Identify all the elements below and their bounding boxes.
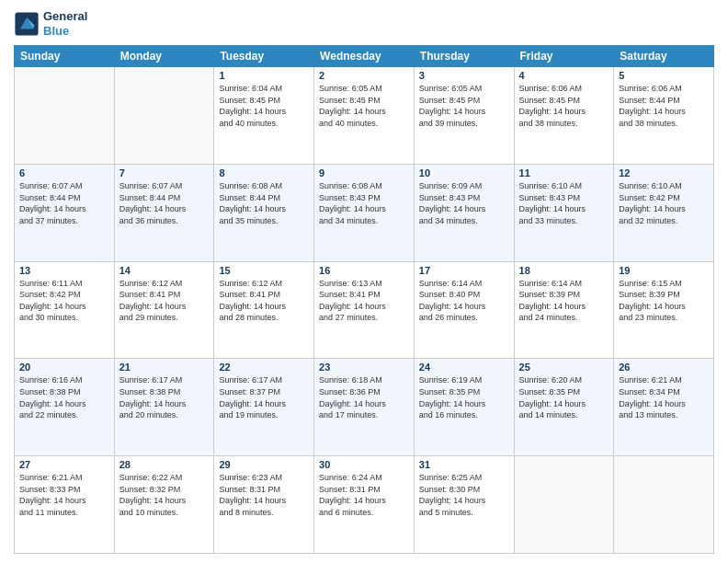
- day-info: Sunrise: 6:08 AMSunset: 8:43 PMDaylight:…: [319, 180, 409, 226]
- day-info: Sunrise: 6:21 AMSunset: 8:34 PMDaylight:…: [619, 374, 709, 420]
- logo-icon: [14, 11, 40, 37]
- calendar-cell: 29Sunrise: 6:23 AMSunset: 8:31 PMDayligh…: [214, 456, 314, 554]
- calendar-cell: 12Sunrise: 6:10 AMSunset: 8:42 PMDayligh…: [614, 164, 714, 261]
- day-info: Sunrise: 6:05 AMSunset: 8:45 PMDaylight:…: [319, 83, 409, 129]
- calendar-table: SundayMondayTuesdayWednesdayThursdayFrid…: [14, 45, 714, 554]
- calendar-cell: 25Sunrise: 6:20 AMSunset: 8:35 PMDayligh…: [514, 359, 614, 456]
- day-info: Sunrise: 6:06 AMSunset: 8:44 PMDaylight:…: [619, 83, 709, 129]
- page: General Blue SundayMondayTuesdayWednesda…: [0, 0, 728, 563]
- logo-text: General Blue: [43, 9, 87, 38]
- day-number: 27: [19, 459, 109, 470]
- week-row-1: 1Sunrise: 6:04 AMSunset: 8:45 PMDaylight…: [15, 67, 714, 165]
- day-number: 5: [619, 70, 709, 81]
- calendar-cell: [514, 456, 614, 554]
- calendar-cell: 15Sunrise: 6:12 AMSunset: 8:41 PMDayligh…: [214, 261, 314, 359]
- calendar-cell: 8Sunrise: 6:08 AMSunset: 8:44 PMDaylight…: [214, 164, 314, 261]
- calendar-cell: 3Sunrise: 6:05 AMSunset: 8:45 PMDaylight…: [414, 67, 514, 165]
- calendar-cell: 23Sunrise: 6:18 AMSunset: 8:36 PMDayligh…: [314, 359, 415, 456]
- day-number: 10: [419, 167, 509, 178]
- week-row-3: 13Sunrise: 6:11 AMSunset: 8:42 PMDayligh…: [15, 261, 714, 359]
- day-info: Sunrise: 6:25 AMSunset: 8:30 PMDaylight:…: [419, 472, 509, 518]
- day-info: Sunrise: 6:14 AMSunset: 8:40 PMDaylight:…: [419, 278, 509, 324]
- col-header-saturday: Saturday: [614, 46, 714, 67]
- day-info: Sunrise: 6:23 AMSunset: 8:31 PMDaylight:…: [219, 472, 309, 518]
- day-info: Sunrise: 6:05 AMSunset: 8:45 PMDaylight:…: [419, 83, 509, 129]
- day-info: Sunrise: 6:06 AMSunset: 8:45 PMDaylight:…: [519, 83, 609, 129]
- calendar-cell: 28Sunrise: 6:22 AMSunset: 8:32 PMDayligh…: [114, 456, 214, 554]
- calendar-cell: 1Sunrise: 6:04 AMSunset: 8:45 PMDaylight…: [214, 67, 314, 165]
- calendar-cell: 18Sunrise: 6:14 AMSunset: 8:39 PMDayligh…: [514, 261, 614, 359]
- day-number: 4: [519, 70, 609, 81]
- calendar-cell: 11Sunrise: 6:10 AMSunset: 8:43 PMDayligh…: [514, 164, 614, 261]
- calendar-cell: 2Sunrise: 6:05 AMSunset: 8:45 PMDaylight…: [314, 67, 415, 165]
- day-info: Sunrise: 6:18 AMSunset: 8:36 PMDaylight:…: [319, 374, 409, 420]
- calendar-cell: 27Sunrise: 6:21 AMSunset: 8:33 PMDayligh…: [15, 456, 115, 554]
- calendar-cell: [15, 67, 115, 165]
- calendar-cell: [114, 67, 214, 165]
- day-info: Sunrise: 6:13 AMSunset: 8:41 PMDaylight:…: [319, 278, 409, 324]
- day-number: 21: [119, 362, 210, 373]
- day-number: 19: [619, 265, 709, 276]
- day-number: 6: [19, 167, 109, 178]
- calendar-cell: 10Sunrise: 6:09 AMSunset: 8:43 PMDayligh…: [414, 164, 514, 261]
- day-number: 28: [119, 459, 210, 470]
- header: General Blue: [14, 9, 714, 38]
- col-header-wednesday: Wednesday: [314, 46, 415, 67]
- day-number: 16: [319, 265, 409, 276]
- calendar-cell: 30Sunrise: 6:24 AMSunset: 8:31 PMDayligh…: [314, 456, 415, 554]
- day-number: 9: [319, 167, 409, 178]
- calendar-cell: 19Sunrise: 6:15 AMSunset: 8:39 PMDayligh…: [614, 261, 714, 359]
- calendar-cell: 4Sunrise: 6:06 AMSunset: 8:45 PMDaylight…: [514, 67, 614, 165]
- calendar-cell: 7Sunrise: 6:07 AMSunset: 8:44 PMDaylight…: [114, 164, 214, 261]
- day-info: Sunrise: 6:04 AMSunset: 8:45 PMDaylight:…: [219, 83, 309, 129]
- day-number: 15: [219, 265, 309, 276]
- calendar-cell: 13Sunrise: 6:11 AMSunset: 8:42 PMDayligh…: [15, 261, 115, 359]
- calendar-cell: 21Sunrise: 6:17 AMSunset: 8:38 PMDayligh…: [114, 359, 214, 456]
- day-info: Sunrise: 6:10 AMSunset: 8:42 PMDaylight:…: [619, 180, 709, 226]
- day-number: 11: [519, 167, 609, 178]
- week-row-2: 6Sunrise: 6:07 AMSunset: 8:44 PMDaylight…: [15, 164, 714, 261]
- day-info: Sunrise: 6:20 AMSunset: 8:35 PMDaylight:…: [519, 374, 609, 420]
- col-header-friday: Friday: [514, 46, 614, 67]
- calendar-cell: 31Sunrise: 6:25 AMSunset: 8:30 PMDayligh…: [414, 456, 514, 554]
- col-header-thursday: Thursday: [414, 46, 514, 67]
- calendar-cell: 16Sunrise: 6:13 AMSunset: 8:41 PMDayligh…: [314, 261, 415, 359]
- calendar-cell: 17Sunrise: 6:14 AMSunset: 8:40 PMDayligh…: [414, 261, 514, 359]
- day-number: 26: [619, 362, 709, 373]
- calendar-body: 1Sunrise: 6:04 AMSunset: 8:45 PMDaylight…: [15, 67, 714, 554]
- day-number: 14: [119, 265, 210, 276]
- day-number: 20: [19, 362, 109, 373]
- day-number: 23: [319, 362, 409, 373]
- calendar-cell: 26Sunrise: 6:21 AMSunset: 8:34 PMDayligh…: [614, 359, 714, 456]
- calendar-cell: 20Sunrise: 6:16 AMSunset: 8:38 PMDayligh…: [15, 359, 115, 456]
- day-info: Sunrise: 6:11 AMSunset: 8:42 PMDaylight:…: [19, 278, 109, 324]
- day-number: 25: [519, 362, 609, 373]
- day-info: Sunrise: 6:08 AMSunset: 8:44 PMDaylight:…: [219, 180, 309, 226]
- day-info: Sunrise: 6:09 AMSunset: 8:43 PMDaylight:…: [419, 180, 509, 226]
- day-number: 29: [219, 459, 309, 470]
- calendar-cell: [614, 456, 714, 554]
- day-info: Sunrise: 6:07 AMSunset: 8:44 PMDaylight:…: [19, 180, 109, 226]
- calendar-cell: 22Sunrise: 6:17 AMSunset: 8:37 PMDayligh…: [214, 359, 314, 456]
- day-info: Sunrise: 6:12 AMSunset: 8:41 PMDaylight:…: [219, 278, 309, 324]
- col-header-sunday: Sunday: [15, 46, 115, 67]
- logo: General Blue: [14, 9, 87, 38]
- day-number: 31: [419, 459, 509, 470]
- col-header-tuesday: Tuesday: [214, 46, 314, 67]
- day-number: 12: [619, 167, 709, 178]
- day-info: Sunrise: 6:16 AMSunset: 8:38 PMDaylight:…: [19, 374, 109, 420]
- calendar-cell: 5Sunrise: 6:06 AMSunset: 8:44 PMDaylight…: [614, 67, 714, 165]
- day-number: 24: [419, 362, 509, 373]
- col-header-monday: Monday: [114, 46, 214, 67]
- day-number: 13: [19, 265, 109, 276]
- day-number: 3: [419, 70, 509, 81]
- week-row-4: 20Sunrise: 6:16 AMSunset: 8:38 PMDayligh…: [15, 359, 714, 456]
- day-info: Sunrise: 6:17 AMSunset: 8:38 PMDaylight:…: [119, 374, 210, 420]
- day-number: 30: [319, 459, 409, 470]
- calendar-cell: 24Sunrise: 6:19 AMSunset: 8:35 PMDayligh…: [414, 359, 514, 456]
- day-info: Sunrise: 6:17 AMSunset: 8:37 PMDaylight:…: [219, 374, 309, 420]
- day-number: 17: [419, 265, 509, 276]
- day-number: 7: [119, 167, 210, 178]
- day-number: 2: [319, 70, 409, 81]
- calendar-cell: 6Sunrise: 6:07 AMSunset: 8:44 PMDaylight…: [15, 164, 115, 261]
